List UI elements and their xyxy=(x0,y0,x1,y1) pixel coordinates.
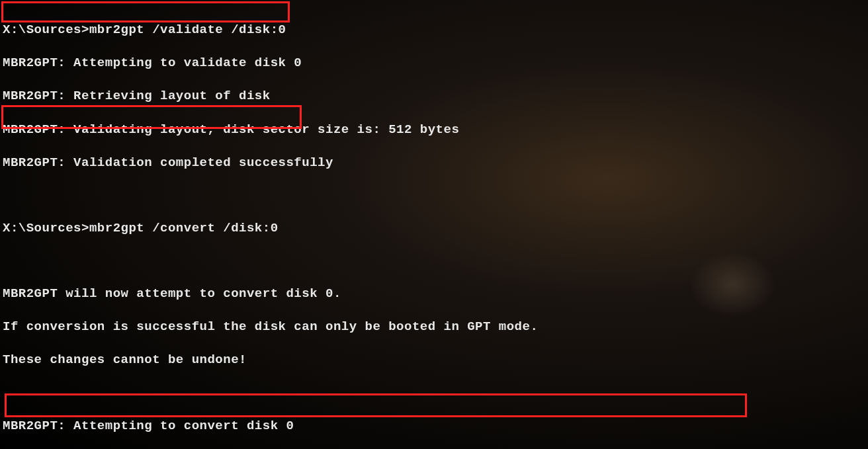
output-line: If conversion is successful the disk can… xyxy=(3,319,868,335)
output-line: MBR2GPT: Retrieving layout of disk xyxy=(3,88,868,104)
output-line: MBR2GPT: Validation completed successful… xyxy=(3,155,868,171)
output-line: MBR2GPT: Attempting to validate disk 0 xyxy=(3,55,868,71)
output-line: MBR2GPT: Validating layout, disk sector … xyxy=(3,122,868,138)
terminal-output[interactable]: X:\Sources>mbr2gpt /validate /disk:0 MBR… xyxy=(3,5,868,449)
command-validate: mbr2gpt /validate /disk:0 xyxy=(89,22,286,37)
command-convert: mbr2gpt /convert /disk:0 xyxy=(89,221,279,235)
prompt: X:\Sources> xyxy=(3,22,89,37)
prompt: X:\Sources> xyxy=(3,221,89,235)
output-line: MBR2GPT will now attempt to convert disk… xyxy=(3,286,868,302)
output-line: MBR2GPT: Attempting to convert disk 0 xyxy=(3,418,868,434)
output-line: These changes cannot be undone! xyxy=(3,352,868,368)
